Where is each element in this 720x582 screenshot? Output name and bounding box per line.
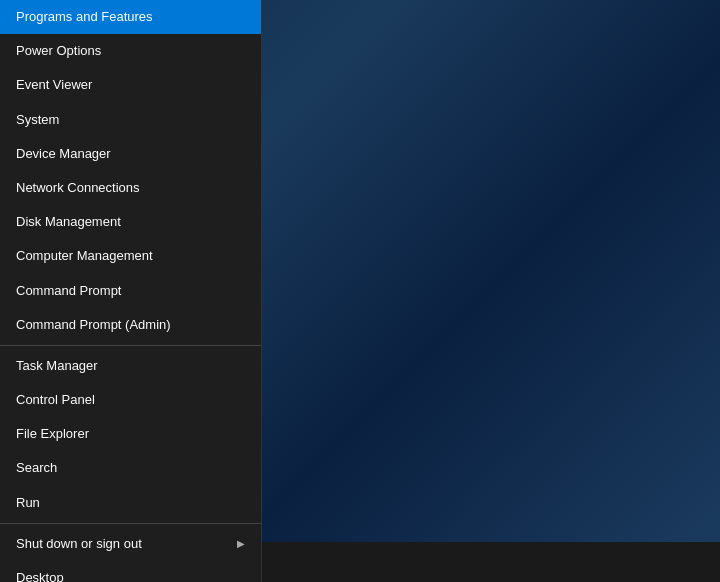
menu-item-label-disk-management: Disk Management [16, 213, 121, 231]
menu-item-label-file-explorer: File Explorer [16, 425, 89, 443]
menu-item-search[interactable]: Search [0, 451, 261, 485]
menu-item-shut-down-sign-out[interactable]: Shut down or sign out▶ [0, 527, 261, 561]
menu-item-network-connections[interactable]: Network Connections [0, 171, 261, 205]
menu-item-label-power-options: Power Options [16, 42, 101, 60]
menu-divider [0, 345, 261, 346]
menu-item-label-system: System [16, 111, 59, 129]
menu-item-label-run: Run [16, 494, 40, 512]
menu-item-event-viewer[interactable]: Event Viewer [0, 68, 261, 102]
menu-item-label-shut-down-sign-out: Shut down or sign out [16, 535, 142, 553]
menu-item-command-prompt-admin[interactable]: Command Prompt (Admin) [0, 308, 261, 342]
menu-item-label-desktop: Desktop [16, 569, 64, 582]
menu-item-desktop[interactable]: Desktop [0, 561, 261, 582]
menu-item-label-network-connections: Network Connections [16, 179, 140, 197]
menu-item-label-control-panel: Control Panel [16, 391, 95, 409]
menu-item-computer-management[interactable]: Computer Management [0, 239, 261, 273]
menu-item-label-event-viewer: Event Viewer [16, 76, 92, 94]
menu-item-device-manager[interactable]: Device Manager [0, 137, 261, 171]
menu-item-label-command-prompt: Command Prompt [16, 282, 121, 300]
menu-item-disk-management[interactable]: Disk Management [0, 205, 261, 239]
menu-item-label-command-prompt-admin: Command Prompt (Admin) [16, 316, 171, 334]
context-menu: Programs and FeaturesPower OptionsEvent … [0, 0, 262, 582]
menu-divider [0, 523, 261, 524]
menu-item-label-programs-features: Programs and Features [16, 8, 153, 26]
menu-item-power-options[interactable]: Power Options [0, 34, 261, 68]
menu-item-label-device-manager: Device Manager [16, 145, 111, 163]
menu-item-label-computer-management: Computer Management [16, 247, 153, 265]
menu-item-system[interactable]: System [0, 103, 261, 137]
submenu-arrow-icon: ▶ [237, 537, 245, 551]
menu-item-programs-features[interactable]: Programs and Features [0, 0, 261, 34]
menu-item-control-panel[interactable]: Control Panel [0, 383, 261, 417]
menu-item-label-search: Search [16, 459, 57, 477]
menu-item-task-manager[interactable]: Task Manager [0, 349, 261, 383]
menu-item-run[interactable]: Run [0, 486, 261, 520]
menu-item-label-task-manager: Task Manager [16, 357, 98, 375]
menu-item-command-prompt[interactable]: Command Prompt [0, 274, 261, 308]
menu-item-file-explorer[interactable]: File Explorer [0, 417, 261, 451]
